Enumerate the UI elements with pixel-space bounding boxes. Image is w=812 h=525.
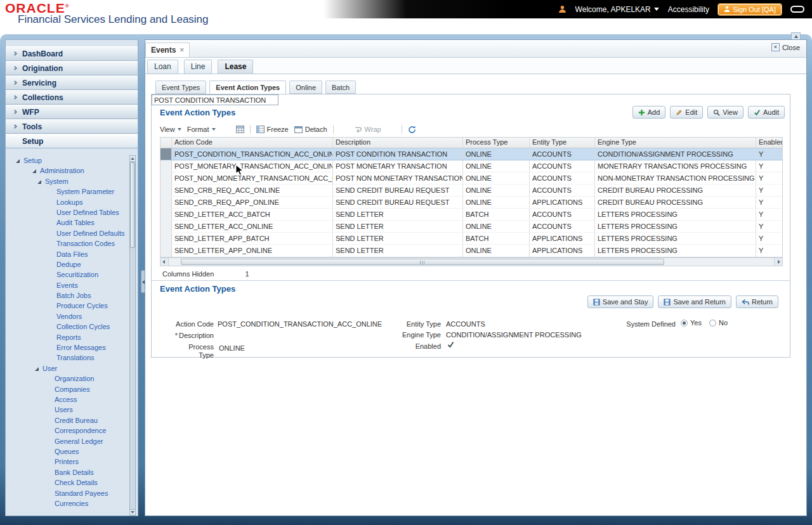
tree-item[interactable]: Access: [6, 394, 138, 405]
tree-link[interactable]: Standard Payees: [55, 489, 108, 497]
tree-link[interactable]: Dedupe: [56, 261, 81, 268]
product-tab[interactable]: Loan: [147, 60, 178, 74]
product-tab[interactable]: Lease: [218, 60, 253, 74]
tree-link[interactable]: Organization: [55, 375, 94, 382]
sidebar-menu-item[interactable]: Origination: [6, 61, 138, 75]
scrollbar-up-icon[interactable]: [130, 156, 135, 162]
view-menu[interactable]: View: [160, 126, 181, 133]
tab-close-icon[interactable]: [180, 46, 184, 55]
tree-link[interactable]: Users: [55, 406, 73, 413]
refresh-button[interactable]: [408, 126, 416, 134]
tree-item[interactable]: Users: [6, 405, 138, 415]
edit-button[interactable]: Edit: [670, 106, 703, 119]
tree-item[interactable]: Events: [6, 280, 138, 290]
table-row[interactable]: POST_NON_MONETARY_TRANSACTION_ACC_ON... …: [160, 172, 782, 185]
tree-link[interactable]: Data Files: [56, 250, 88, 258]
sidebar-menu-item[interactable]: DashBoard: [6, 46, 138, 61]
table-row[interactable]: SEND_LETTER_ACC_ONLINE SEND LETTER ONLIN…: [160, 221, 782, 233]
tree-link[interactable]: Currencies: [55, 500, 88, 507]
tree-item[interactable]: Standard Payees: [6, 488, 138, 498]
query-by-example-button[interactable]: [236, 126, 244, 133]
product-tab[interactable]: Line: [184, 60, 213, 74]
sidebar-menu-item[interactable]: Tools: [6, 119, 138, 134]
column-header[interactable]: Process Type: [463, 138, 530, 148]
tree-item[interactable]: Audit Tables: [6, 217, 138, 228]
wrap-button[interactable]: Wrap: [354, 126, 381, 133]
row-selector-cell[interactable]: [160, 185, 172, 196]
tree-link[interactable]: Transaction Codes: [56, 240, 115, 247]
close-button[interactable]: Close: [771, 43, 800, 51]
audit-button[interactable]: Audit: [748, 106, 785, 119]
radio-no-icon[interactable]: [709, 320, 716, 327]
tree-link[interactable]: Companies: [55, 386, 90, 393]
tree-link[interactable]: Batch Jobs: [56, 292, 91, 299]
tree-link[interactable]: Correspondence: [55, 427, 106, 434]
add-button[interactable]: Add: [632, 106, 666, 119]
tree-item[interactable]: Queues: [6, 446, 138, 457]
save-and-return-button[interactable]: Save and Return: [658, 295, 731, 308]
description-input[interactable]: [152, 94, 278, 105]
tree-item[interactable]: Data Files: [6, 249, 138, 259]
column-header[interactable]: Description: [333, 138, 463, 148]
tree-item[interactable]: Producer Cycles: [6, 301, 138, 311]
expander-icon[interactable]: [16, 155, 23, 165]
tree-item[interactable]: Check Details: [6, 477, 138, 488]
tree-item[interactable]: Reports: [6, 332, 138, 342]
tree-link[interactable]: Bank Details: [55, 469, 94, 476]
tree-item[interactable]: Printers: [6, 457, 138, 467]
expander-icon[interactable]: [35, 363, 43, 373]
sub-tab[interactable]: Online: [289, 81, 322, 94]
tree-link[interactable]: Audit Tables: [56, 219, 95, 226]
tree-link[interactable]: Lookups: [56, 198, 83, 206]
tree-item[interactable]: Translations: [6, 353, 138, 363]
tree-item[interactable]: Error Messages: [6, 342, 138, 353]
sub-tab[interactable]: Batch: [325, 81, 356, 94]
tree-link[interactable]: Access: [55, 396, 77, 403]
tree-item[interactable]: Organization: [6, 373, 138, 384]
sidebar-menu-item[interactable]: Servicing: [6, 75, 138, 90]
scroll-right-icon[interactable]: [774, 258, 782, 266]
column-header[interactable]: Entity Type: [530, 138, 595, 148]
table-row[interactable]: SEND_CRB_REQ_APP_ONLINE SEND CREDIT BURE…: [160, 197, 782, 209]
tab-events[interactable]: Events: [145, 42, 190, 57]
tree-link[interactable]: Credit Bureau: [55, 417, 98, 424]
sub-tab[interactable]: Event Action Types: [209, 81, 286, 94]
tree-item[interactable]: Collection Cycles: [6, 321, 138, 332]
sidebar-menu-item[interactable]: WFP: [6, 105, 138, 119]
sidebar-scrollbar[interactable]: [129, 155, 136, 515]
row-selector-cell[interactable]: [160, 209, 172, 220]
scrollbar-thumb[interactable]: [181, 259, 664, 265]
detach-button[interactable]: Detach: [294, 126, 327, 133]
row-selector-cell[interactable]: [160, 160, 172, 172]
column-header[interactable]: Action Code: [172, 138, 333, 148]
column-header[interactable]: Enabled: [756, 138, 782, 148]
tree-link[interactable]: Events: [56, 282, 78, 289]
tree-item[interactable]: User: [6, 363, 138, 373]
tree-item[interactable]: Bank Details: [6, 467, 138, 477]
tree-link[interactable]: Administration: [40, 167, 84, 174]
tree-link[interactable]: Error Messages: [56, 344, 106, 351]
tree-link[interactable]: Printers: [55, 458, 79, 465]
table-row[interactable]: SEND_LETTER_ACC_BATCH SEND LETTER BATCH …: [160, 209, 782, 221]
tree-item[interactable]: Setup: [6, 155, 138, 165]
tree-link[interactable]: User: [43, 365, 57, 372]
tree-item[interactable]: System Parameter: [6, 186, 138, 197]
tree-link[interactable]: Collection Cycles: [56, 323, 110, 330]
tree-item[interactable]: Credit Bureau: [6, 415, 138, 425]
table-row[interactable]: SEND_LETTER_APP_ONLINE SEND LETTER ONLIN…: [160, 245, 782, 257]
tree-link[interactable]: Check Details: [55, 479, 98, 486]
tree-item[interactable]: Dedupe: [6, 259, 138, 269]
row-selector-cell[interactable]: [160, 221, 172, 232]
row-selector-cell[interactable]: [160, 197, 172, 208]
tree-link[interactable]: General Ledger: [55, 438, 103, 445]
return-button[interactable]: Return: [736, 295, 778, 308]
tree-link[interactable]: Translations: [56, 354, 95, 361]
tree-item[interactable]: Companies: [6, 384, 138, 394]
tree-link[interactable]: Reports: [56, 334, 81, 341]
tree-link[interactable]: System Parameter: [56, 188, 114, 195]
tree-item[interactable]: Securitization: [6, 269, 138, 280]
tree-item[interactable]: System: [6, 176, 138, 186]
tree-item[interactable]: Vendors: [6, 311, 138, 321]
window-control-icon[interactable]: [790, 6, 804, 13]
horizontal-scrollbar[interactable]: [160, 257, 783, 266]
